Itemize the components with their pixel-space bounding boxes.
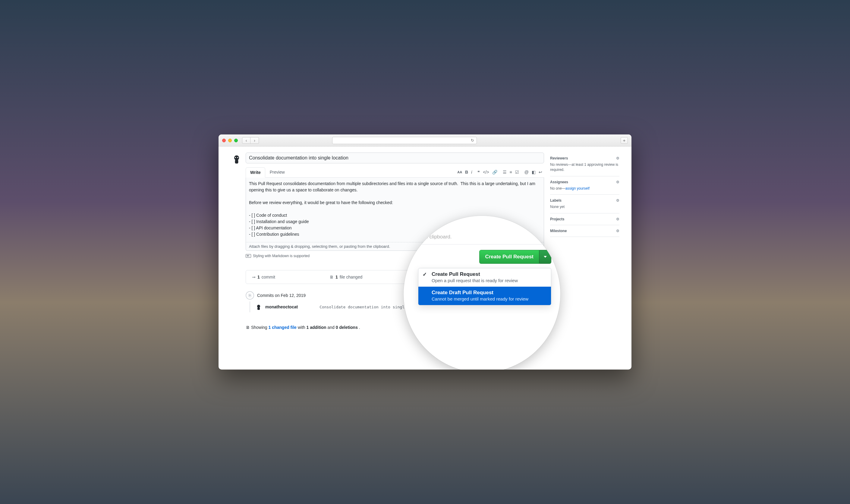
sidebar-reviewers: Reviewers ⚙ No reviews—at least 1 approv… — [550, 152, 619, 176]
task-list-icon[interactable]: ☑ — [515, 170, 519, 175]
italic-icon[interactable]: i — [471, 170, 472, 175]
sidebar-milestone: Milestone ⚙ — [550, 225, 619, 237]
summary-files[interactable]: 🗎 1 file changed — [329, 275, 362, 280]
gear-icon[interactable]: ⚙ — [616, 198, 619, 202]
sidebar-assignees: Assignees ⚙ No one—assign yourself — [550, 176, 619, 195]
gear-icon[interactable]: ⚙ — [616, 229, 619, 233]
url-bar[interactable]: ↻ — [332, 137, 477, 144]
create-pr-dropdown-menu: Create Pull Request Open a pull request … — [418, 268, 551, 305]
svg-point-4 — [257, 305, 260, 308]
diff-summary-text: 🗎 Showing 1 changed file with 1 addition… — [246, 325, 360, 330]
link-icon[interactable]: 🔗 — [492, 170, 498, 175]
summary-commits[interactable]: ⊸ 1 commit — [252, 275, 275, 280]
minimize-window-button[interactable] — [228, 139, 232, 142]
reply-icon[interactable]: ↩ — [539, 170, 542, 175]
forward-button[interactable]: › — [251, 137, 259, 144]
create-pr-split-button: Create Pull Request — [479, 250, 551, 264]
sidebar-labels: Labels ⚙ None yet — [550, 195, 619, 213]
editor-tabs: Write Preview AA B i ❝ </> 🔗 ☰ — [246, 167, 544, 178]
svg-point-3 — [237, 157, 238, 158]
nav-arrows: ‹ › — [242, 137, 259, 144]
svg-rect-5 — [257, 307, 260, 310]
markdown-icon: M↓ — [246, 254, 251, 258]
clipboard-hint-fragment: . the clipboard. — [418, 234, 551, 245]
file-diff-icon: 🗎 — [246, 325, 251, 330]
gear-icon[interactable]: ⚙ — [616, 156, 619, 160]
svg-rect-1 — [235, 160, 238, 164]
new-tab-button[interactable]: + — [621, 137, 628, 144]
dropdown-option-create-draft-pr[interactable]: Create Draft Pull Request Cannot be merg… — [418, 287, 551, 305]
gear-icon[interactable]: ⚙ — [616, 217, 619, 221]
file-icon: 🗎 — [329, 275, 334, 280]
tab-preview[interactable]: Preview — [265, 167, 289, 177]
back-button[interactable]: ‹ — [242, 137, 251, 144]
maximize-window-button[interactable] — [234, 139, 238, 142]
gear-icon[interactable]: ⚙ — [616, 180, 619, 184]
dropdown-option-create-pr[interactable]: Create Pull Request Open a pull request … — [418, 268, 551, 287]
svg-point-0 — [234, 155, 239, 160]
tab-write[interactable]: Write — [246, 167, 265, 178]
code-icon[interactable]: </> — [483, 170, 489, 175]
header-icon[interactable]: AA — [457, 170, 462, 174]
create-pr-button[interactable]: Create Pull Request — [479, 250, 539, 264]
svg-point-2 — [235, 157, 236, 158]
bold-icon[interactable]: B — [465, 170, 468, 175]
commit-icon: ⊸ — [252, 275, 256, 280]
titlebar: ‹ › ↻ + — [219, 134, 631, 146]
markdown-toolbar: AA B i ❝ </> 🔗 ☰ ≡ ☑ @ — [457, 170, 544, 175]
author-avatar[interactable] — [231, 153, 243, 165]
reload-icon[interactable]: ↻ — [471, 138, 474, 143]
zoom-magnifier: . the clipboard. Create Pull Request Cre… — [403, 216, 560, 370]
quote-icon[interactable]: ❝ — [477, 170, 480, 175]
commit-author[interactable]: monatheoctocat — [265, 304, 298, 309]
browser-window: ‹ › ↻ + Write Preview AA B i — [219, 134, 631, 370]
commit-timeline-icon: ⎘ — [246, 291, 254, 300]
sidebar: Reviewers ⚙ No reviews—at least 1 approv… — [550, 152, 619, 370]
sidebar-projects: Projects ⚙ — [550, 213, 619, 225]
traffic-lights — [222, 139, 238, 142]
close-window-button[interactable] — [222, 139, 226, 142]
changed-files-link[interactable]: 1 changed file — [268, 325, 296, 330]
assign-yourself-link[interactable]: assign yourself — [565, 186, 590, 191]
markdown-hint-text: Styling with Markdown is supported — [253, 254, 310, 258]
mention-icon[interactable]: @ — [524, 170, 529, 175]
create-pr-button-row: Create Pull Request — [418, 250, 551, 264]
commit-author-avatar — [256, 304, 261, 310]
pr-title-input[interactable] — [246, 152, 544, 163]
reference-icon[interactable]: ◧ — [532, 170, 536, 175]
bullet-list-icon[interactable]: ☰ — [503, 170, 507, 175]
numbered-list-icon[interactable]: ≡ — [510, 170, 512, 175]
